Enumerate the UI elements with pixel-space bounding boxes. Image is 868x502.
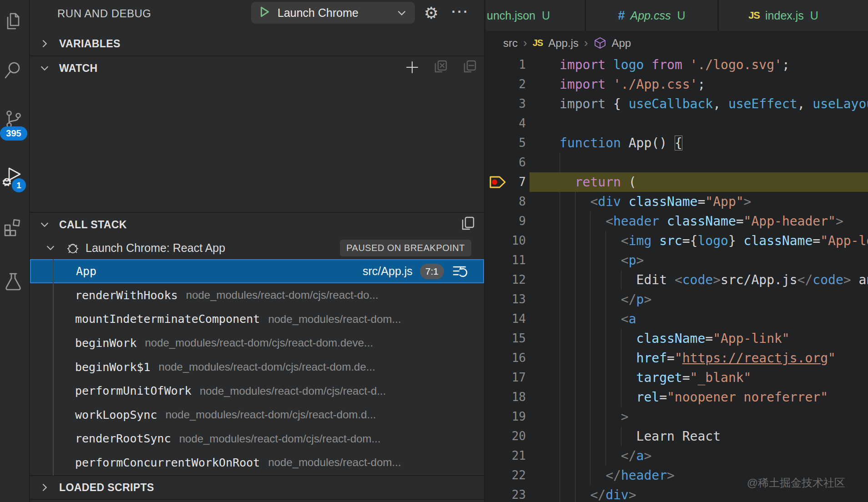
code-text: <header className="App-header"> xyxy=(560,211,843,231)
chevron-right-icon xyxy=(30,482,59,492)
line-number: 21 xyxy=(486,446,526,466)
line-number: 1 xyxy=(486,55,526,75)
extensions-icon[interactable] xyxy=(1,216,25,239)
add-expression-icon[interactable] xyxy=(404,59,420,77)
stack-frame[interactable]: renderWithHooksnode_modules/react-dom/cj… xyxy=(30,283,484,307)
explorer-icon[interactable] xyxy=(1,10,25,33)
indent-guide xyxy=(560,153,560,172)
editor-group: unch.jsonU#App.cssUJSindex.jsU src › JS … xyxy=(486,0,868,502)
search-icon[interactable] xyxy=(1,58,25,82)
code-editor[interactable]: 1import logo from './logo.svg';2import '… xyxy=(486,55,868,502)
section-loaded-scripts[interactable]: LOADED SCRIPTS xyxy=(30,476,484,499)
stack-frame[interactable]: renderRootSyncnode_modules/react-dom/cjs… xyxy=(30,427,484,451)
start-debug-icon[interactable] xyxy=(258,6,270,20)
css-file-icon: # xyxy=(618,9,625,23)
code-line-17: 17 target="_blank" xyxy=(486,368,868,387)
debug-session-row[interactable]: Launch Chrome: React App PAUSED ON BREAK… xyxy=(30,236,484,259)
code-line-1: 1import logo from './logo.svg'; xyxy=(486,55,868,75)
run-debug-panel: RUN AND DEBUG Launch Chrome ⚙ ··· VARIAB… xyxy=(30,0,485,502)
tab-index.js[interactable]: JSindex.jsU xyxy=(719,0,868,31)
stack-frames: renderWithHooksnode_modules/react-dom/cj… xyxy=(30,283,484,475)
frame-name: renderWithHooks xyxy=(75,289,178,302)
stack-frame[interactable]: performUnitOfWorknode_modules/react-dom/… xyxy=(30,379,484,403)
code-line-5: 5function App() { xyxy=(486,133,868,153)
line-number: 8 xyxy=(486,192,526,211)
restart-frame-icon[interactable] xyxy=(450,262,469,281)
code-line-15: 15 className="App-link" xyxy=(486,329,868,348)
copy-call-stack-icon[interactable] xyxy=(459,215,477,234)
code-line-10: 10 <img src={logo} className="App-logo" … xyxy=(486,231,868,251)
line-number: 12 xyxy=(486,270,526,290)
line-number: 6 xyxy=(486,153,526,172)
git-untracked-badge: U xyxy=(542,9,550,22)
stack-frame[interactable]: performConcurrentWorkOnRootnode_modules/… xyxy=(30,451,484,475)
code-line-19: 19 > xyxy=(486,407,868,427)
code-line-21: 21 </a> xyxy=(486,446,868,466)
js-file-icon: JS xyxy=(748,10,760,21)
breadcrumb: src › JS App.js › App xyxy=(486,31,868,55)
line-number: 22 xyxy=(486,466,526,485)
breadcrumb-file[interactable]: App.js xyxy=(548,37,579,50)
tab-unch.json[interactable]: unch.jsonU xyxy=(486,0,586,31)
line-number: 10 xyxy=(486,231,526,251)
code-line-4: 4 xyxy=(486,114,868,133)
remove-all-expressions-icon[interactable] xyxy=(432,59,449,78)
code-text: <div className="App"> xyxy=(560,192,751,211)
line-number: 16 xyxy=(486,348,526,368)
stack-frame[interactable]: beginWorknode_modules/react-dom/cjs/reac… xyxy=(30,331,484,355)
code-line-9: 9 <header className="App-header"> xyxy=(486,211,868,231)
code-text: Learn React xyxy=(560,427,721,446)
stack-frame-selected[interactable]: App src/App.js 7:1 xyxy=(30,259,484,283)
bug-icon xyxy=(65,240,81,256)
tab-App.css[interactable]: #App.cssU xyxy=(586,0,719,31)
code-text: import './App.css'; xyxy=(560,75,705,94)
frame-path: node_modules/react-dom/cjs/react-do... xyxy=(186,289,378,301)
loaded-scripts-title: LOADED SCRIPTS xyxy=(59,482,154,494)
section-variables[interactable]: VARIABLES xyxy=(30,33,484,55)
breadcrumb-folder[interactable]: src xyxy=(503,37,518,50)
code-line-12: 12 Edit <code>src/App.js</code> and save… xyxy=(486,270,868,290)
frame-path: node_modules/react-dom/cjs/react-dom.dev… xyxy=(145,336,373,349)
frame-path: node_modules/react-dom/cjs/react-d... xyxy=(200,385,386,397)
breadcrumb-symbol[interactable]: App xyxy=(612,37,631,50)
chevron-down-icon xyxy=(43,243,58,253)
git-untracked-badge: U xyxy=(810,9,818,22)
line-number: 17 xyxy=(486,368,526,387)
chevron-down-icon xyxy=(396,7,408,19)
frame-name: beginWork xyxy=(75,336,136,350)
frame-name: performUnitOfWork xyxy=(75,384,192,397)
section-watch[interactable]: WATCH xyxy=(30,56,484,80)
frame-path: node_modules/react-dom... xyxy=(268,313,401,326)
code-text: className="App-link" xyxy=(560,329,790,348)
collapse-all-icon[interactable] xyxy=(461,59,479,78)
paused-breakpoint-icon[interactable] xyxy=(489,175,507,191)
stack-frame[interactable]: mountIndeterminateComponentnode_modules/… xyxy=(30,307,484,331)
panel-title: RUN AND DEBUG xyxy=(57,7,151,20)
code-text: </header> xyxy=(560,466,675,485)
code-text: Edit <code>src/App.js</code> and save to… xyxy=(560,270,868,290)
line-col-badge: 7:1 xyxy=(420,264,444,279)
line-number: 14 xyxy=(486,309,526,329)
testing-icon[interactable] xyxy=(1,270,25,294)
code-line-2: 2import './App.css'; xyxy=(486,75,868,94)
code-text: function App() { xyxy=(560,133,682,153)
line-number: 3 xyxy=(486,94,526,114)
debug-config-dropdown[interactable]: Launch Chrome xyxy=(251,2,415,24)
stack-frame[interactable]: workLoopSyncnode_modules/react-dom/cjs/r… xyxy=(30,403,484,427)
frame-path: node_modules/react-dom/cjs/react-dom... xyxy=(179,432,381,445)
frame-name: App xyxy=(76,265,96,278)
line-number: 20 xyxy=(486,427,526,446)
line-number: 19 xyxy=(486,407,526,427)
code-text: import logo from './logo.svg'; xyxy=(560,55,790,75)
line-number: 13 xyxy=(486,290,526,309)
gear-icon[interactable]: ⚙ xyxy=(420,2,442,24)
call-stack-title: CALL STACK xyxy=(59,219,127,231)
more-actions-icon[interactable]: ··· xyxy=(449,1,471,23)
symbol-cube-icon xyxy=(594,37,606,50)
code-text: <a xyxy=(560,309,636,329)
frame-name: mountIndeterminateComponent xyxy=(75,312,260,326)
code-line-13: 13 </p> xyxy=(486,290,868,309)
section-call-stack[interactable]: CALL STACK xyxy=(30,213,484,236)
line-number: 4 xyxy=(486,114,526,133)
stack-frame[interactable]: beginWork$1node_modules/react-dom/cjs/re… xyxy=(30,355,484,379)
